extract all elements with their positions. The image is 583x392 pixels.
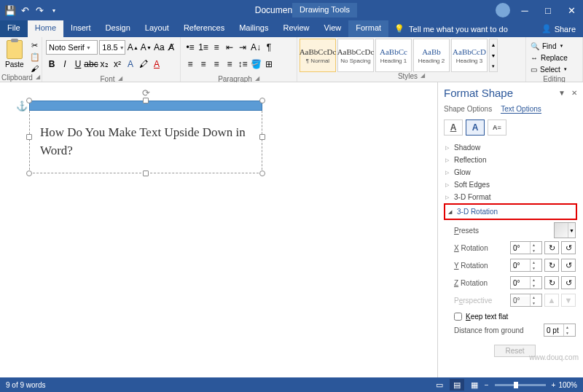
share-button[interactable]: 👤 Share [534, 20, 583, 37]
sort-icon[interactable]: A↓ [250, 41, 262, 54]
multilevel-icon[interactable]: ≡ [211, 41, 222, 54]
decrease-indent-icon[interactable]: ⇤ [224, 41, 235, 54]
tab-text-options[interactable]: Text Options [501, 105, 541, 114]
tab-format[interactable]: Format [348, 20, 388, 37]
section-3d-rotation[interactable]: ◢3-D Rotation [447, 205, 574, 218]
resize-handle[interactable] [259, 134, 265, 140]
show-marks-icon[interactable]: ¶ [263, 41, 275, 54]
read-mode-icon[interactable]: ▭ [432, 379, 447, 391]
superscript-button[interactable]: x² [111, 58, 123, 71]
pane-close-icon[interactable]: ✕ [571, 89, 577, 97]
tab-view[interactable]: View [317, 20, 349, 37]
tab-mailings[interactable]: Mailings [232, 20, 275, 37]
align-right-icon[interactable]: ≡ [211, 58, 222, 71]
redo-icon[interactable]: ↷ [34, 4, 45, 16]
line-spacing-icon[interactable]: ↕≡ [237, 58, 249, 71]
style-heading-3[interactable]: AaBbCcDHeading 3 [451, 39, 488, 72]
underline-button[interactable]: U [72, 58, 84, 71]
zoom-in-button[interactable]: + [552, 381, 556, 389]
style-heading-2[interactable]: AaBbHeading 2 [413, 39, 450, 72]
resize-handle[interactable] [26, 98, 32, 103]
pane-options-icon[interactable]: ▼ [558, 89, 566, 97]
clipboard-dialog-launcher[interactable]: ◢ [36, 74, 40, 82]
clear-formatting-icon[interactable]: A̸ [166, 41, 176, 54]
qat-customize-icon[interactable]: ▼ [48, 4, 60, 16]
resize-handle[interactable] [143, 98, 149, 103]
align-center-icon[interactable]: ≡ [197, 58, 209, 71]
borders-icon[interactable]: ⊞ [263, 58, 275, 71]
tab-layout[interactable]: Layout [138, 20, 176, 37]
y-rotate-up-icon[interactable]: ↻ [544, 259, 559, 272]
tell-me-search[interactable]: 💡 Tell me what you want to do [388, 20, 534, 37]
tab-insert[interactable]: Insert [63, 20, 98, 37]
styles-dialog-launcher[interactable]: ◢ [420, 72, 425, 80]
tab-design[interactable]: Design [98, 20, 138, 37]
y-rotation-input[interactable]: ▲▼ [510, 259, 542, 272]
text-box-content[interactable]: How Do You Make Text Upside Down in Word… [29, 111, 262, 173]
keep-text-flat-input[interactable] [454, 313, 462, 321]
italic-button[interactable]: I [59, 58, 71, 71]
replace-button[interactable]: ↔Replace [528, 52, 580, 63]
styles-more[interactable]: ▲▼▾ [489, 39, 498, 72]
text-fill-outline-icon[interactable]: A [444, 119, 463, 136]
undo-icon[interactable]: ↶ [19, 4, 31, 16]
highlight-icon[interactable]: 🖍 [138, 58, 149, 71]
format-painter-icon[interactable]: 🖌 [29, 63, 41, 74]
reset-button[interactable]: Reset [494, 345, 535, 357]
y-rotate-down-icon[interactable]: ↺ [561, 259, 576, 272]
x-rotate-right-icon[interactable]: ↺ [561, 241, 576, 254]
word-count[interactable]: 9 of 9 words [6, 381, 45, 389]
numbering-icon[interactable]: 1≡ [197, 41, 209, 54]
strikethrough-button[interactable]: abc [85, 58, 97, 71]
text-effects-icon[interactable]: A [125, 58, 136, 71]
zoom-slider[interactable] [495, 384, 546, 386]
select-button[interactable]: ▭Select▼ [528, 63, 580, 75]
justify-icon[interactable]: ≡ [224, 58, 235, 71]
tab-shape-options[interactable]: Shape Options [444, 105, 492, 114]
styles-gallery[interactable]: AaBbCcDc¶ NormalAaBbCcDcNo SpacingAaBbCc… [300, 39, 498, 72]
find-button[interactable]: 🔍Find▼ [528, 40, 580, 52]
paste-button[interactable]: Paste [2, 39, 27, 74]
resize-handle[interactable] [259, 170, 265, 176]
user-account[interactable] [491, 3, 510, 17]
tab-references[interactable]: References [176, 20, 232, 37]
font-size-combo[interactable]: 18.5▼ [99, 40, 125, 55]
copy-icon[interactable]: 📋 [29, 52, 41, 62]
increase-indent-icon[interactable]: ⇥ [237, 41, 249, 54]
bold-button[interactable]: B [46, 58, 58, 71]
style-heading-1[interactable]: AaBbCcHeading 1 [375, 39, 412, 72]
section-3d-format[interactable]: ▷3-D Format [444, 191, 577, 203]
style-no-spacing[interactable]: AaBbCcDcNo Spacing [337, 39, 374, 72]
change-case-icon[interactable]: Aa [153, 41, 165, 54]
resize-handle[interactable] [26, 170, 32, 176]
shrink-font-icon[interactable]: A▼ [140, 41, 152, 54]
minimize-button[interactable]: ─ [513, 0, 536, 20]
tab-home[interactable]: Home [28, 20, 63, 37]
text-effects-tab-icon[interactable]: A [466, 119, 485, 136]
section-reflection[interactable]: ▷Reflection [444, 154, 577, 166]
print-layout-icon[interactable]: ▤ [450, 379, 464, 391]
x-rotate-left-icon[interactable]: ↻ [544, 241, 559, 254]
close-button[interactable]: ✕ [560, 0, 583, 20]
resize-handle[interactable] [259, 98, 265, 103]
section-glow[interactable]: ▷Glow [444, 166, 577, 179]
x-rotation-input[interactable]: ▲▼ [510, 241, 542, 254]
bullets-icon[interactable]: •≡ [184, 41, 196, 54]
section-shadow[interactable]: ▷Shadow [444, 141, 577, 154]
zoom-out-button[interactable]: − [485, 381, 489, 389]
document-area[interactable]: ⚓ ⟳ How Do You Make Text Upside Down in … [0, 82, 437, 377]
cut-icon[interactable]: ✂ [29, 40, 41, 50]
tab-file[interactable]: File [0, 20, 28, 37]
grow-font-icon[interactable]: A▲ [127, 41, 138, 54]
z-rotation-input[interactable]: ▲▼ [510, 276, 542, 289]
font-color-icon[interactable]: A [151, 58, 163, 71]
subscript-button[interactable]: x₂ [98, 58, 110, 71]
web-layout-icon[interactable]: ▦ [467, 379, 482, 391]
save-icon[interactable]: 💾 [4, 4, 16, 16]
resize-handle[interactable] [26, 134, 32, 140]
style--normal[interactable]: AaBbCcDc¶ Normal [300, 39, 336, 72]
distance-input[interactable]: ▲▼ [544, 324, 576, 337]
z-rotate-cw-icon[interactable]: ↻ [544, 276, 559, 289]
z-rotate-ccw-icon[interactable]: ↺ [561, 276, 576, 289]
textbox-tab-icon[interactable]: A≡ [488, 119, 506, 136]
